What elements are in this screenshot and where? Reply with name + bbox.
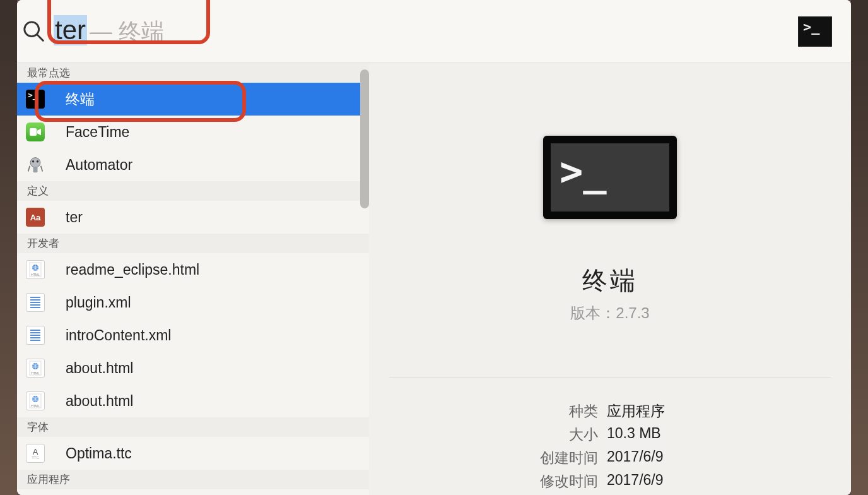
svg-rect-2 [30, 128, 37, 136]
metadata-value: 2017/6/9 [607, 472, 664, 491]
metadata-value: 应用程序 [607, 402, 665, 421]
search-completion-text: — 终端 [90, 16, 164, 47]
svg-point-5 [37, 160, 39, 163]
search-query-text: ter [54, 15, 87, 45]
section-header: 应用程序 [17, 470, 369, 489]
automator-icon [26, 155, 45, 174]
svg-point-0 [25, 21, 39, 36]
result-item-label: about.html [66, 393, 133, 410]
result-item-label: 终端 [66, 90, 95, 109]
result-item-label: FaceTime [66, 124, 129, 141]
result-item[interactable]: introContent.xml [17, 319, 369, 352]
svg-line-1 [37, 34, 44, 40]
html-file-icon: HTML [26, 359, 45, 378]
dictionary-icon: Aa [26, 208, 45, 227]
result-item-label: plugin.xml [66, 294, 131, 311]
spotlight-window: ter — 终端 >_ 最常点选>_终端FaceTimeAutomator定义A… [17, 0, 851, 495]
terminal-icon: >_ [26, 90, 45, 109]
metadata-row: 修改时间2017/6/9 [389, 472, 831, 491]
result-item-label: Automator [66, 157, 132, 174]
facetime-icon [26, 122, 45, 141]
xml-file-icon [26, 293, 45, 312]
result-item[interactable]: HTMLabout.html [17, 385, 369, 417]
svg-point-4 [32, 160, 35, 163]
metadata-value: 2017/6/9 [607, 448, 664, 468]
search-icon [22, 20, 46, 44]
xml-file-icon [26, 326, 45, 345]
metadata-label: 大小 [389, 425, 607, 444]
result-item-label: introContent.xml [66, 327, 171, 344]
metadata-label: 创建时间 [389, 448, 607, 468]
metadata-label: 种类 [389, 402, 607, 421]
preview-title: 终端 [582, 263, 638, 298]
result-item[interactable]: HTMLabout.html [17, 352, 369, 385]
metadata-row: 创建时间2017/6/9 [389, 448, 831, 468]
result-item[interactable]: plugin.xml [17, 286, 369, 319]
divider [389, 377, 831, 378]
metadata-label: 修改时间 [389, 472, 607, 491]
svg-text:HTML: HTML [31, 404, 40, 408]
preview-pane: >_ 终端 版本：2.7.3 种类应用程序大小10.3 MB创建时间2017/6… [369, 63, 851, 495]
result-item-label: readme_eclipse.html [66, 261, 199, 278]
result-item[interactable]: FaceTime [17, 116, 369, 148]
preview-version: 版本：2.7.3 [570, 303, 649, 323]
terminal-icon: >_ [543, 136, 677, 219]
result-item[interactable]: Aater [17, 201, 369, 234]
svg-text:HTML: HTML [31, 273, 40, 277]
result-item[interactable]: >_终端 [17, 83, 369, 116]
svg-rect-6 [33, 167, 38, 173]
background-edge [851, 0, 868, 495]
metadata-table: 种类应用程序大小10.3 MB创建时间2017/6/9修改时间2017/6/9 [389, 402, 831, 495]
section-header: 定义 [17, 181, 369, 201]
result-item[interactable]: ATTCOptima.ttc [17, 437, 369, 470]
html-file-icon: HTML [26, 260, 45, 279]
html-file-icon: HTML [26, 391, 45, 410]
font-file-icon: ATTC [26, 444, 45, 463]
result-item-label: Optima.ttc [66, 445, 132, 462]
search-bar[interactable]: ter — 终端 >_ [17, 0, 851, 63]
metadata-row: 大小10.3 MB [389, 425, 831, 444]
result-item[interactable]: Automator [17, 148, 369, 181]
search-input[interactable]: ter — 终端 [54, 15, 798, 47]
section-header: 字体 [17, 417, 369, 437]
section-header: 开发者 [17, 234, 369, 253]
terminal-icon: >_ [798, 16, 832, 47]
svg-point-3 [30, 158, 40, 168]
section-header: 最常点选 [17, 63, 369, 83]
result-item-label: about.html [66, 360, 133, 377]
metadata-value: 10.3 MB [607, 425, 661, 444]
svg-text:HTML: HTML [31, 371, 40, 375]
scrollbar[interactable] [360, 69, 369, 208]
result-item-label: ter [66, 209, 83, 226]
metadata-row: 种类应用程序 [389, 402, 831, 421]
background-edge [0, 0, 17, 495]
results-list[interactable]: 最常点选>_终端FaceTimeAutomator定义Aater开发者HTMLr… [17, 63, 369, 495]
result-item[interactable]: HTMLreadme_eclipse.html [17, 253, 369, 286]
